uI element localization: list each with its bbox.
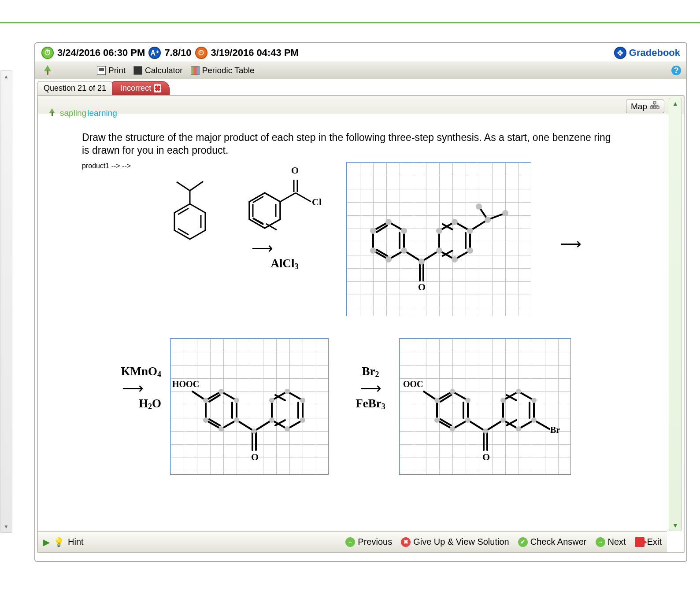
content-scrollbar[interactable]: ▲ ▼ bbox=[669, 98, 682, 531]
next-arrow-icon: → bbox=[596, 537, 605, 547]
scroll-down-icon: ▼ bbox=[4, 524, 9, 530]
svg-point-49 bbox=[436, 247, 442, 254]
question-tab[interactable]: Question 21 of 21 bbox=[37, 81, 113, 95]
give-up-button[interactable]: ✖ Give Up & View Solution bbox=[401, 537, 509, 547]
hint-button[interactable]: ▶ 💡 Hint bbox=[43, 537, 84, 547]
svg-point-42 bbox=[385, 219, 392, 225]
svg-point-108 bbox=[531, 417, 537, 423]
grade-value: 7.8/10 bbox=[164, 47, 191, 59]
acyl-O-label: O bbox=[291, 165, 299, 176]
svg-point-109 bbox=[531, 398, 537, 403]
question-tab-label: Question 21 of 21 bbox=[44, 84, 106, 92]
next-label: Next bbox=[608, 537, 626, 547]
svg-point-72 bbox=[219, 389, 224, 394]
print-label: Print bbox=[108, 66, 126, 75]
product-box-1[interactable]: O bbox=[346, 162, 531, 316]
svg-line-34 bbox=[422, 251, 439, 262]
reagent-label-step2: KMnO4 ⟶ H2O bbox=[104, 365, 161, 411]
svg-point-55 bbox=[485, 217, 491, 223]
reaction-area: product1 --> --> bbox=[82, 162, 637, 484]
svg-point-46 bbox=[401, 247, 407, 254]
give-up-icon: ✖ bbox=[401, 537, 411, 547]
product-box-2[interactable]: HOOC O bbox=[170, 338, 329, 475]
arrow-step1: ⟶ bbox=[252, 239, 273, 257]
svg-line-89 bbox=[468, 420, 485, 431]
submitted-date: 3/19/2016 04:43 PM bbox=[211, 47, 299, 59]
prev-arrow-icon: ← bbox=[345, 537, 355, 547]
previous-button[interactable]: ← Previous bbox=[345, 537, 392, 547]
arrow-step1-out: ⟶ bbox=[560, 235, 581, 252]
tab-row: Question 21 of 21 Incorrect ✖ bbox=[35, 79, 686, 95]
check-answer-button[interactable]: ✔ Check Answer bbox=[518, 537, 587, 547]
exit-icon bbox=[635, 537, 644, 547]
svg-point-44 bbox=[370, 247, 376, 254]
outer-scrollbar[interactable]: ▲ ▼ bbox=[0, 70, 12, 533]
svg-point-56 bbox=[476, 203, 482, 210]
svg-point-45 bbox=[385, 256, 392, 262]
assignment-card: ⏱ 3/24/2016 06:30 PM A⁺ 7.8/10 ⏲ 3/19/20… bbox=[34, 42, 687, 562]
svg-point-52 bbox=[467, 228, 473, 234]
svg-point-84 bbox=[269, 398, 274, 403]
svg-point-43 bbox=[370, 228, 376, 234]
reagent-step1: O Cl bbox=[245, 162, 337, 241]
periodic-table-button[interactable]: Periodic Table bbox=[191, 66, 255, 75]
svg-point-104 bbox=[465, 398, 470, 403]
help-button[interactable]: ? bbox=[671, 66, 681, 75]
status-tab[interactable]: Incorrect ✖ bbox=[112, 81, 170, 95]
svg-point-76 bbox=[234, 417, 239, 423]
reagent-label-step1: AlCl3 bbox=[254, 257, 315, 271]
periodic-table-icon bbox=[191, 66, 200, 75]
svg-point-99 bbox=[450, 389, 455, 394]
svg-line-23 bbox=[280, 193, 296, 202]
gradebook-label: Gradebook bbox=[629, 47, 680, 59]
hint-label: Hint bbox=[68, 537, 84, 547]
due-date: 3/24/2016 06:30 PM bbox=[57, 47, 145, 59]
next-button[interactable]: → Next bbox=[596, 537, 626, 547]
print-icon bbox=[97, 66, 106, 75]
status-tab-label: Incorrect bbox=[120, 84, 151, 93]
gradebook-icon: ✥ bbox=[614, 47, 626, 59]
scroll-down-icon: ▼ bbox=[672, 522, 678, 529]
svg-rect-2 bbox=[654, 106, 656, 108]
status-bar: ⏱ 3/24/2016 06:30 PM A⁺ 7.8/10 ⏲ 3/19/20… bbox=[35, 43, 686, 62]
svg-point-79 bbox=[269, 417, 274, 423]
map-button[interactable]: Map bbox=[626, 100, 664, 113]
starting-material bbox=[157, 171, 223, 259]
svg-line-24 bbox=[296, 193, 311, 202]
brand-leaf-icon bbox=[41, 63, 55, 78]
footer-nav: ▶ 💡 Hint ← Previous ✖ Give Up & View Sol… bbox=[38, 531, 667, 552]
svg-point-78 bbox=[252, 428, 257, 434]
svg-line-8 bbox=[177, 182, 190, 191]
leaf-icon bbox=[48, 108, 57, 118]
exit-button[interactable]: Exit bbox=[635, 537, 662, 547]
print-button[interactable]: Print bbox=[97, 66, 126, 75]
svg-line-63 bbox=[237, 420, 254, 431]
incorrect-x-icon: ✖ bbox=[154, 84, 161, 92]
product-box-3[interactable]: OOC Br O bbox=[399, 338, 571, 475]
svg-line-92 bbox=[485, 420, 503, 431]
svg-point-47 bbox=[401, 228, 407, 234]
svg-point-106 bbox=[500, 417, 506, 423]
exit-label: Exit bbox=[647, 537, 662, 547]
svg-point-83 bbox=[285, 389, 290, 394]
product3-br-label: Br bbox=[550, 425, 560, 435]
calculator-icon bbox=[133, 66, 142, 75]
check-label: Check Answer bbox=[530, 537, 587, 547]
product3-O-label: O bbox=[482, 451, 490, 463]
acyl-Cl-label: Cl bbox=[312, 196, 322, 208]
svg-point-51 bbox=[467, 247, 473, 254]
reagent-label-step3: Br2 ⟶ FeBr3 bbox=[348, 365, 393, 411]
svg-point-74 bbox=[203, 417, 208, 423]
svg-line-9 bbox=[190, 181, 203, 191]
svg-point-100 bbox=[434, 398, 440, 403]
svg-point-111 bbox=[500, 398, 506, 403]
svg-point-48 bbox=[419, 259, 425, 265]
question-content: Map ▲ ▼ sapling learning Draw the struct… bbox=[37, 95, 685, 553]
grade-icon: A⁺ bbox=[148, 47, 161, 59]
calculator-button[interactable]: Calculator bbox=[133, 66, 183, 75]
gradebook-link[interactable]: ✥ Gradebook bbox=[614, 47, 680, 59]
scroll-up-icon: ▲ bbox=[672, 100, 678, 107]
calculator-label: Calculator bbox=[145, 66, 183, 75]
product2-hooc-label: HOOC bbox=[172, 379, 199, 389]
svg-line-31 bbox=[404, 251, 422, 262]
